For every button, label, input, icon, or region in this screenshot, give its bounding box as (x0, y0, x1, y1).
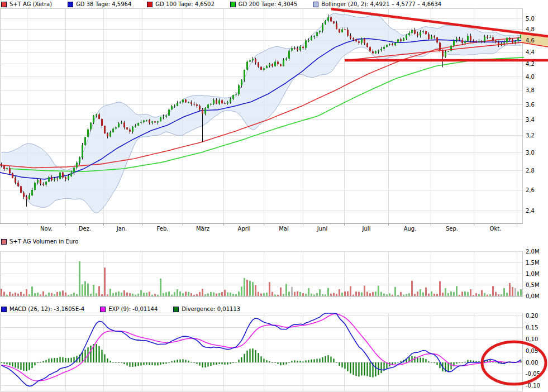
price-y-tick-label: 2,6 (526, 187, 535, 193)
month-label: Jan. (116, 226, 127, 232)
legend-item: S+T AG Volumen in Euro (1, 238, 78, 245)
month-label: Juli (362, 226, 371, 232)
price-y-tick-label: 2,8 (526, 168, 535, 174)
legend-swatch-icon (173, 307, 179, 312)
month-label: Juni (317, 226, 327, 232)
macd-y-tick-label: 0,00 (526, 360, 538, 366)
macd-y-tick-label: 0,15 (526, 324, 538, 331)
volume-y-tick-label: 2,0M (526, 248, 540, 255)
price-y-tick-label: 4,4 (526, 49, 535, 55)
price-y-tick-label: 5,0 (526, 16, 535, 22)
legend-item: Divergence: 0,01113 (173, 306, 240, 313)
price-y-tick-label: 3,6 (526, 102, 535, 108)
divergence-histogram (1, 344, 521, 377)
month-label: Feb. (157, 226, 169, 232)
month-label: Okt. (490, 226, 502, 232)
volume-bars (1, 261, 522, 296)
month-label: Dez. (79, 226, 91, 232)
legend-swatch-icon (1, 239, 7, 245)
price-y-tick-label: 4,2 (526, 61, 535, 67)
price-y-tick-label: 4,0 (526, 74, 535, 80)
price-plot[interactable]: 5,04,84,64,44,24,03,83,63,43,23,02,82,62… (0, 8, 548, 232)
month-label: März (196, 226, 209, 232)
volume-y-tick-label: 1,5M (526, 260, 540, 266)
chart-canvas[interactable]: 5,04,84,64,44,24,03,83,63,43,23,02,82,62… (0, 0, 548, 392)
legend-label: EXP (9): -0,01144 (108, 306, 158, 313)
price-y-tick-label: 3,0 (526, 150, 535, 156)
legend-label: Divergence: 0,01113 (182, 306, 240, 313)
legend-swatch-icon (1, 307, 7, 312)
volume-y-tick-label: 0,0M (526, 293, 540, 299)
month-label: Nov. (40, 226, 53, 232)
month-label: Aug. (404, 226, 417, 232)
month-label: Sep. (446, 226, 458, 232)
stock-chart-page: S+T AG (Xetra)GD 38 Tage: 4,5964GD 100 T… (0, 0, 548, 392)
volume-y-tick-label: 0,5M (526, 282, 540, 288)
price-y-tick-label: 4,6 (526, 37, 535, 44)
price-y-tick-label: 3,8 (526, 87, 535, 93)
legend-item: MACD (26, 12): -3,1605E-4 (1, 306, 84, 313)
bollinger-band (2, 13, 521, 213)
legend-label: MACD (26, 12): -3,1605E-4 (9, 306, 84, 313)
macd-y-tick-label: 0,20 (526, 313, 538, 319)
macd-legend: MACD (26, 12): -3,1605E-4EXP (9): -0,011… (1, 306, 256, 313)
legend-item: EXP (9): -0,01144 (100, 306, 158, 313)
legend-label: S+T AG Volumen in Euro (9, 238, 78, 245)
price-y-tick-label: 4,8 (526, 26, 535, 32)
macd-plot[interactable]: 0,200,150,100,050,00-0,05-0,10 (0, 313, 546, 391)
macd-line (2, 313, 521, 386)
volume-plot[interactable]: 2,0M1,5M1,0M0,5M0,0M (0, 248, 540, 299)
price-y-tick-label: 3,2 (526, 132, 535, 138)
price-y-tick-label: 3,4 (526, 117, 535, 123)
legend-swatch-icon (100, 307, 106, 312)
price-y-tick-label: 2,4 (526, 208, 535, 214)
volume-y-tick-label: 1,0M (526, 271, 540, 277)
macd-y-tick-label: 0,10 (526, 336, 538, 342)
month-label: April (238, 226, 251, 232)
month-label: Mai (279, 226, 289, 232)
volume-legend: S+T AG Volumen in Euro (1, 238, 94, 245)
